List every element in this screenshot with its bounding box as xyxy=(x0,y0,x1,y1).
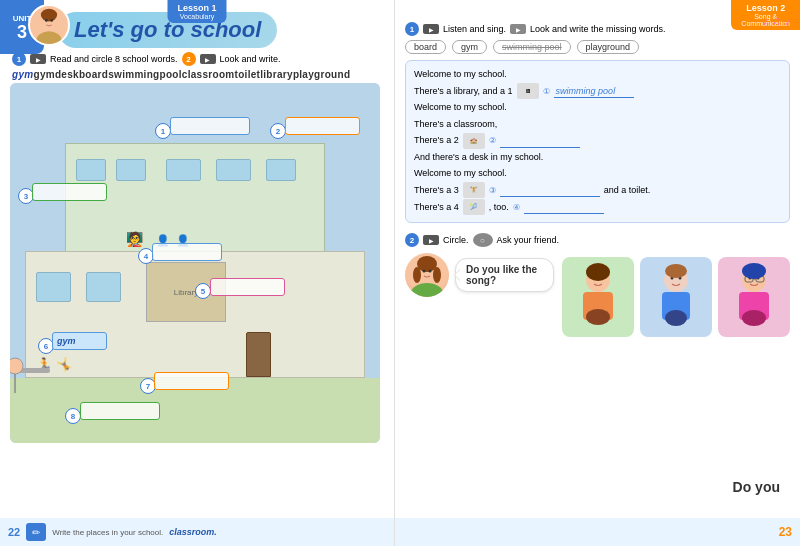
audio-icon-section2[interactable]: ▶ xyxy=(423,235,439,245)
lesson-badge-left: Lesson 1 Vocabulary xyxy=(167,0,226,23)
music-notes: ♪ ♫ ♪ xyxy=(762,14,790,28)
avatar-main-girl xyxy=(405,253,449,297)
write-icon: ✏ xyxy=(26,523,46,541)
svg-point-19 xyxy=(586,309,610,325)
speech-container: Do you like the song? xyxy=(405,253,554,297)
answer-3[interactable] xyxy=(500,183,600,197)
image-4: 🎾 xyxy=(463,199,485,215)
circle-row: Do you like the song? xyxy=(405,253,790,337)
answer-box-3[interactable] xyxy=(32,183,107,201)
answer-box-2[interactable] xyxy=(285,117,360,135)
instruction-2-text: Look and write. xyxy=(220,54,281,64)
lesson-sub-left: Vocabulary xyxy=(177,13,216,20)
lesson-number-right: Lesson 2 xyxy=(741,3,790,13)
section-2: 2 ▶ Circle. ○ Ask your friend. xyxy=(405,233,790,337)
song-line-2: There's a library, and a 1 🖥 ① swimming … xyxy=(414,83,781,99)
svg-point-1 xyxy=(36,31,61,46)
answer-2[interactable] xyxy=(500,134,580,148)
step-1-circle: 1 xyxy=(12,52,26,66)
answer-box-8[interactable] xyxy=(80,402,160,420)
svg-point-16 xyxy=(429,270,432,273)
step-2-circle: 2 xyxy=(182,52,196,66)
bottom-bar-left: 22 ✏ Write the places in your school. cl… xyxy=(0,518,394,546)
svg-point-28 xyxy=(665,264,687,278)
song-line-6: And there's a desk in my school. xyxy=(414,150,781,165)
bottom-instruction: Write the places in your school. xyxy=(52,528,163,537)
gym-answer: gym xyxy=(57,336,76,346)
do-you-container: Do you xyxy=(733,478,780,496)
section-1: 1 ▶ Listen and sing. ▶ Look and write th… xyxy=(405,22,790,223)
svg-point-13 xyxy=(413,267,421,283)
do-you-text: Do you xyxy=(733,479,780,495)
label-2: 2 xyxy=(270,123,286,139)
svg-point-3 xyxy=(41,9,57,22)
section1-step: 1 xyxy=(405,22,419,36)
page-number-22: 22 xyxy=(8,526,20,538)
avatar xyxy=(28,4,70,46)
instruction-1-text: Read and circle 8 school words. xyxy=(50,54,178,64)
svg-point-7 xyxy=(10,358,23,374)
section-2-header: 2 ▶ Circle. ○ Ask your friend. xyxy=(405,233,790,247)
section2-instruction2: Ask your friend. xyxy=(497,235,560,245)
audio-icon-right-2[interactable]: ▶ xyxy=(510,24,526,34)
audio-icon-right[interactable]: ▶ xyxy=(423,24,439,34)
svg-point-12 xyxy=(417,256,437,272)
image-1: 🖥 xyxy=(517,83,539,99)
page-title: Let's go to school xyxy=(74,17,261,43)
char-card-1[interactable] xyxy=(562,257,634,337)
answer-box-4[interactable] xyxy=(152,243,222,261)
song-line-8: There's a 3 🏋 ③ and a toilet. xyxy=(414,182,781,198)
song-content: Welcome to my school. There's a library,… xyxy=(405,60,790,223)
lesson-number-left: Lesson 1 xyxy=(177,3,216,13)
left-page: Unit 3 Lesson 1 Vocabulary Let's go to s… xyxy=(0,0,395,546)
bottom-answer: classroom. xyxy=(169,527,217,537)
answer-box-6[interactable]: gym xyxy=(52,332,107,350)
word-chip-gym: gym xyxy=(452,40,487,54)
image-3: 🏋 xyxy=(463,182,485,198)
word-chip-board: board xyxy=(405,40,446,54)
school-illustration: 🧑‍🏫 👤 👤 Library 🏃 🤸 xyxy=(10,83,380,443)
song-line-3: Welcome to my school. xyxy=(414,100,781,115)
character-cards xyxy=(562,257,790,337)
char-card-2[interactable] xyxy=(640,257,712,337)
bottom-bar-right: 23 xyxy=(395,518,800,546)
speech-text: Do you like the song? xyxy=(466,264,537,286)
answer-box-5[interactable] xyxy=(210,278,285,296)
answer-box-1[interactable] xyxy=(170,117,250,135)
audio-icon-1[interactable]: ▶ xyxy=(30,54,46,64)
page-number-right-bottom: 23 xyxy=(779,525,792,539)
right-page: Lesson 2 Song & Communication 3 ♪ ♫ ♪ 1 … xyxy=(395,0,800,546)
answer-box-7[interactable] xyxy=(154,372,229,390)
svg-point-5 xyxy=(50,19,53,22)
svg-point-25 xyxy=(665,310,687,326)
song-line-7: Welcome to my school. xyxy=(414,166,781,181)
svg-point-22 xyxy=(586,263,610,281)
answer-4[interactable] xyxy=(524,200,604,214)
svg-point-15 xyxy=(423,270,426,273)
word-bank: board gym swimming pool playground xyxy=(405,40,790,54)
section2-instruction: Circle. xyxy=(443,235,469,245)
image-2: 🏫 xyxy=(463,133,485,149)
audio-icon-2[interactable]: ▶ xyxy=(200,54,216,64)
word-string: gymgymdeskboardswimmingpoolclassroomtoil… xyxy=(12,69,382,80)
word-chip-swimming: swimming pool xyxy=(493,40,571,54)
song-line-4: There's a classroom, xyxy=(414,117,781,132)
section1-instruction: Listen and sing. xyxy=(443,24,506,34)
song-line-1: Welcome to my school. xyxy=(414,67,781,82)
label-8: 8 xyxy=(65,408,81,424)
word-chip-playground: playground xyxy=(577,40,640,54)
svg-point-31 xyxy=(742,310,766,326)
speech-bubble: Do you like the song? xyxy=(455,258,554,292)
section1-instruction2: Look and write the missing words. xyxy=(530,24,666,34)
label-5: 5 xyxy=(195,283,211,299)
unit-number: 3 xyxy=(17,23,27,41)
answer-1[interactable]: swimming pool xyxy=(554,84,634,98)
svg-point-14 xyxy=(433,267,441,283)
svg-point-4 xyxy=(45,19,48,22)
svg-point-37 xyxy=(742,263,766,279)
char-card-3[interactable] xyxy=(718,257,790,337)
instructions-row: 1 ▶ Read and circle 8 school words. 2 ▶ … xyxy=(12,52,384,66)
song-line-5: There's a 2 🏫 ② xyxy=(414,133,781,149)
label-1: 1 xyxy=(155,123,171,139)
svg-point-10 xyxy=(411,283,443,297)
